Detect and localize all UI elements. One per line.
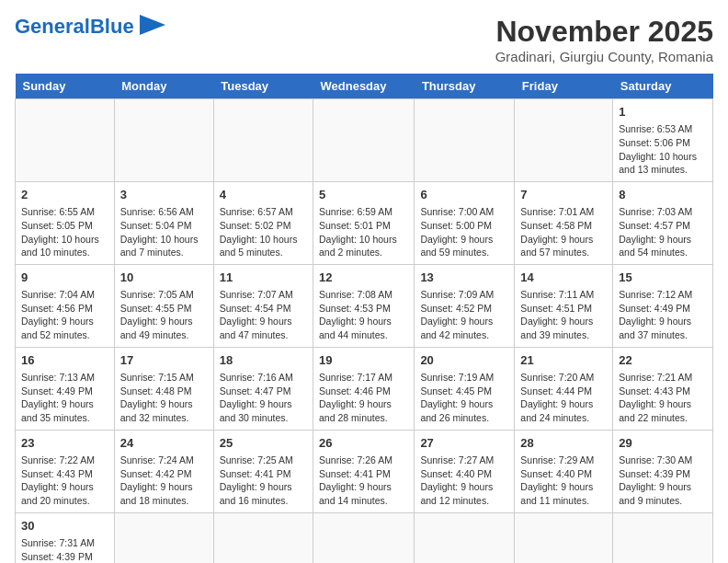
calendar-cell: 10Sunrise: 7:05 AM Sunset: 4:55 PM Dayli… <box>114 264 213 347</box>
day-number: 18 <box>220 352 307 369</box>
calendar-week-6: 30Sunrise: 7:31 AM Sunset: 4:39 PM Dayli… <box>16 512 713 563</box>
day-number: 12 <box>319 270 408 286</box>
day-info: Sunrise: 7:20 AM Sunset: 4:44 PM Dayligh… <box>520 372 594 423</box>
calendar-cell: 14Sunrise: 7:11 AM Sunset: 4:51 PM Dayli… <box>515 264 613 347</box>
calendar-cell <box>415 99 515 182</box>
day-info: Sunrise: 7:29 AM Sunset: 4:40 PM Dayligh… <box>520 454 594 506</box>
weekday-header-saturday: Saturday <box>613 74 713 99</box>
calendar-week-4: 16Sunrise: 7:13 AM Sunset: 4:49 PM Dayli… <box>16 347 713 430</box>
day-number: 4 <box>220 187 307 203</box>
logo-general: General <box>15 15 90 38</box>
calendar-cell <box>515 512 613 563</box>
header: GeneralBlue November 2025 Gradinari, Giu… <box>15 15 713 64</box>
weekday-header-sunday: Sunday <box>16 74 115 99</box>
calendar-cell: 25Sunrise: 7:25 AM Sunset: 4:41 PM Dayli… <box>213 430 313 512</box>
day-info: Sunrise: 7:26 AM Sunset: 4:41 PM Dayligh… <box>319 454 392 506</box>
weekday-header-monday: Monday <box>114 74 213 99</box>
day-info: Sunrise: 7:16 AM Sunset: 4:47 PM Dayligh… <box>220 372 293 423</box>
day-number: 1 <box>619 104 707 121</box>
logo: GeneralBlue <box>15 15 165 39</box>
calendar-cell: 1Sunrise: 6:53 AM Sunset: 5:06 PM Daylig… <box>613 99 713 182</box>
weekday-header-wednesday: Wednesday <box>313 74 415 99</box>
day-info: Sunrise: 7:19 AM Sunset: 4:45 PM Dayligh… <box>420 372 494 423</box>
day-info: Sunrise: 7:04 AM Sunset: 4:56 PM Dayligh… <box>21 289 95 340</box>
day-number: 30 <box>21 518 108 534</box>
calendar-cell: 30Sunrise: 7:31 AM Sunset: 4:39 PM Dayli… <box>16 512 115 563</box>
calendar-cell: 8Sunrise: 7:03 AM Sunset: 4:57 PM Daylig… <box>613 181 713 264</box>
calendar-cell: 20Sunrise: 7:19 AM Sunset: 4:45 PM Dayli… <box>415 347 515 430</box>
calendar-cell: 7Sunrise: 7:01 AM Sunset: 4:58 PM Daylig… <box>515 181 613 264</box>
calendar-cell <box>213 512 313 563</box>
day-info: Sunrise: 7:12 AM Sunset: 4:49 PM Dayligh… <box>619 289 692 340</box>
day-info: Sunrise: 7:25 AM Sunset: 4:41 PM Dayligh… <box>220 454 293 506</box>
calendar-week-5: 23Sunrise: 7:22 AM Sunset: 4:43 PM Dayli… <box>16 430 713 512</box>
logo-text: GeneralBlue <box>15 15 134 38</box>
day-number: 9 <box>21 270 108 286</box>
logo-icon <box>140 15 165 35</box>
day-info: Sunrise: 6:56 AM Sunset: 5:04 PM Dayligh… <box>120 206 199 258</box>
day-number: 6 <box>420 187 508 203</box>
day-number: 27 <box>420 435 508 452</box>
day-number: 21 <box>520 352 607 369</box>
day-number: 28 <box>520 435 607 452</box>
calendar-cell: 12Sunrise: 7:08 AM Sunset: 4:53 PM Dayli… <box>313 264 415 347</box>
calendar-cell <box>313 99 415 182</box>
day-number: 2 <box>21 187 108 203</box>
calendar-cell <box>114 512 213 563</box>
calendar-cell <box>114 99 213 182</box>
calendar-cell: 29Sunrise: 7:30 AM Sunset: 4:39 PM Dayli… <box>613 430 713 512</box>
day-info: Sunrise: 7:15 AM Sunset: 4:48 PM Dayligh… <box>120 372 194 423</box>
day-info: Sunrise: 7:31 AM Sunset: 4:39 PM Dayligh… <box>21 537 95 563</box>
day-info: Sunrise: 7:21 AM Sunset: 4:43 PM Dayligh… <box>619 372 692 423</box>
calendar-cell <box>213 99 313 182</box>
calendar-cell: 17Sunrise: 7:15 AM Sunset: 4:48 PM Dayli… <box>114 347 213 430</box>
weekday-header-thursday: Thursday <box>415 74 515 99</box>
day-number: 8 <box>619 187 707 203</box>
calendar-cell <box>515 99 613 182</box>
calendar-cell: 16Sunrise: 7:13 AM Sunset: 4:49 PM Dayli… <box>16 347 115 430</box>
calendar-week-2: 2Sunrise: 6:55 AM Sunset: 5:05 PM Daylig… <box>16 181 713 264</box>
weekday-header-friday: Friday <box>515 74 613 99</box>
calendar-cell <box>16 99 115 182</box>
calendar-cell: 11Sunrise: 7:07 AM Sunset: 4:54 PM Dayli… <box>213 264 313 347</box>
day-info: Sunrise: 7:30 AM Sunset: 4:39 PM Dayligh… <box>619 454 692 506</box>
day-number: 11 <box>220 270 307 286</box>
calendar-cell: 21Sunrise: 7:20 AM Sunset: 4:44 PM Dayli… <box>515 347 613 430</box>
day-number: 7 <box>520 187 607 203</box>
calendar-cell <box>415 512 515 563</box>
weekday-header-tuesday: Tuesday <box>213 74 313 99</box>
day-number: 14 <box>520 270 607 286</box>
calendar-cell: 23Sunrise: 7:22 AM Sunset: 4:43 PM Dayli… <box>16 430 115 512</box>
day-number: 13 <box>420 270 508 286</box>
weekday-header-row: SundayMondayTuesdayWednesdayThursdayFrid… <box>16 74 713 99</box>
month-title: November 2025 <box>495 15 713 49</box>
day-info: Sunrise: 7:17 AM Sunset: 4:46 PM Dayligh… <box>319 372 392 423</box>
calendar-cell: 9Sunrise: 7:04 AM Sunset: 4:56 PM Daylig… <box>16 264 115 347</box>
day-info: Sunrise: 6:55 AM Sunset: 5:05 PM Dayligh… <box>21 206 99 258</box>
day-number: 25 <box>220 435 307 452</box>
logo-blue: Blue <box>90 15 134 38</box>
calendar-cell: 6Sunrise: 7:00 AM Sunset: 5:00 PM Daylig… <box>415 181 515 264</box>
calendar-cell: 28Sunrise: 7:29 AM Sunset: 4:40 PM Dayli… <box>515 430 613 512</box>
day-number: 5 <box>319 187 408 203</box>
day-number: 26 <box>319 435 408 452</box>
day-info: Sunrise: 7:03 AM Sunset: 4:57 PM Dayligh… <box>619 206 692 258</box>
day-info: Sunrise: 7:08 AM Sunset: 4:53 PM Dayligh… <box>319 289 392 340</box>
location-title: Gradinari, Giurgiu County, Romania <box>495 49 713 64</box>
calendar-table: SundayMondayTuesdayWednesdayThursdayFrid… <box>15 74 713 563</box>
calendar-cell: 5Sunrise: 6:59 AM Sunset: 5:01 PM Daylig… <box>313 181 415 264</box>
day-number: 10 <box>120 270 208 286</box>
calendar-week-3: 9Sunrise: 7:04 AM Sunset: 4:56 PM Daylig… <box>16 264 713 347</box>
calendar-cell: 22Sunrise: 7:21 AM Sunset: 4:43 PM Dayli… <box>613 347 713 430</box>
day-info: Sunrise: 7:13 AM Sunset: 4:49 PM Dayligh… <box>21 372 95 423</box>
day-info: Sunrise: 6:59 AM Sunset: 5:01 PM Dayligh… <box>319 206 397 258</box>
calendar-cell: 2Sunrise: 6:55 AM Sunset: 5:05 PM Daylig… <box>16 181 115 264</box>
calendar-week-1: 1Sunrise: 6:53 AM Sunset: 5:06 PM Daylig… <box>16 99 713 182</box>
day-info: Sunrise: 7:11 AM Sunset: 4:51 PM Dayligh… <box>520 289 594 340</box>
day-number: 22 <box>619 352 707 369</box>
day-info: Sunrise: 6:53 AM Sunset: 5:06 PM Dayligh… <box>619 123 697 175</box>
day-info: Sunrise: 6:57 AM Sunset: 5:02 PM Dayligh… <box>220 206 298 258</box>
day-info: Sunrise: 7:01 AM Sunset: 4:58 PM Dayligh… <box>520 206 594 258</box>
day-info: Sunrise: 7:24 AM Sunset: 4:42 PM Dayligh… <box>120 454 194 506</box>
calendar-cell: 4Sunrise: 6:57 AM Sunset: 5:02 PM Daylig… <box>213 181 313 264</box>
